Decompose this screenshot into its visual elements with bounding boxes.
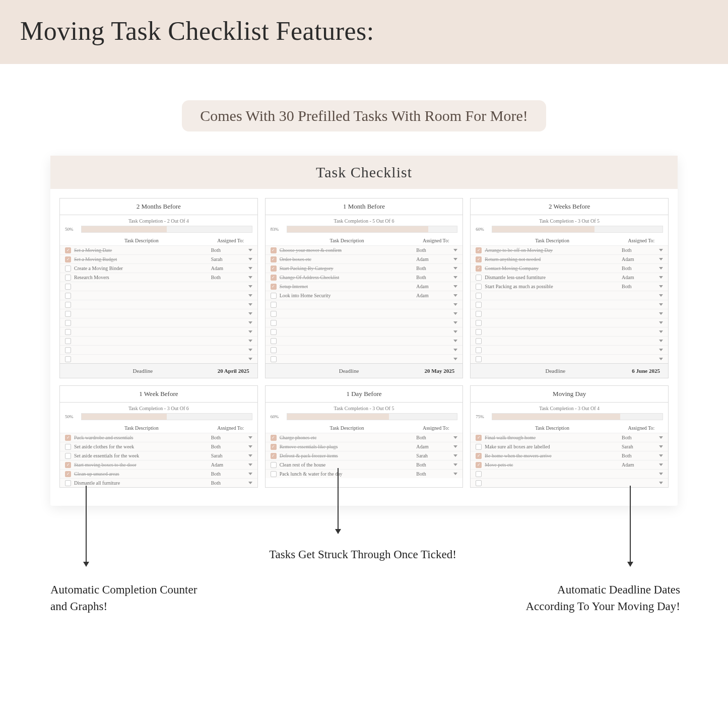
chevron-down-icon[interactable]	[248, 303, 252, 306]
checkbox[interactable]	[271, 471, 277, 477]
chevron-down-icon[interactable]	[453, 294, 457, 297]
checkbox[interactable]	[271, 444, 277, 450]
chevron-down-icon[interactable]	[453, 267, 457, 270]
chevron-down-icon[interactable]	[248, 330, 252, 333]
checkbox[interactable]	[271, 256, 277, 262]
chevron-down-icon[interactable]	[248, 249, 252, 251]
checkbox[interactable]	[271, 356, 277, 362]
checkbox[interactable]	[476, 256, 482, 262]
checkbox[interactable]	[271, 462, 277, 468]
checkbox[interactable]	[271, 435, 277, 441]
chevron-down-icon[interactable]	[659, 340, 663, 342]
checkbox[interactable]	[65, 347, 71, 353]
checkbox[interactable]	[271, 329, 277, 335]
checkbox[interactable]	[476, 480, 482, 486]
checkbox[interactable]	[271, 284, 277, 290]
chevron-down-icon[interactable]	[248, 285, 252, 288]
checkbox[interactable]	[65, 266, 71, 272]
checkbox[interactable]	[476, 247, 482, 253]
chevron-down-icon[interactable]	[659, 312, 663, 315]
chevron-down-icon[interactable]	[453, 276, 457, 279]
chevron-down-icon[interactable]	[659, 349, 663, 351]
chevron-down-icon[interactable]	[453, 249, 457, 251]
chevron-down-icon[interactable]	[659, 267, 663, 270]
chevron-down-icon[interactable]	[453, 285, 457, 288]
checkbox[interactable]	[65, 256, 71, 262]
chevron-down-icon[interactable]	[453, 464, 457, 466]
chevron-down-icon[interactable]	[659, 482, 663, 484]
checkbox[interactable]	[65, 471, 71, 477]
chevron-down-icon[interactable]	[248, 321, 252, 324]
chevron-down-icon[interactable]	[659, 330, 663, 333]
chevron-down-icon[interactable]	[248, 436, 252, 439]
checkbox[interactable]	[476, 302, 482, 308]
checkbox[interactable]	[476, 329, 482, 335]
chevron-down-icon[interactable]	[248, 482, 252, 484]
chevron-down-icon[interactable]	[248, 276, 252, 279]
checkbox[interactable]	[65, 302, 71, 308]
checkbox[interactable]	[65, 462, 71, 468]
chevron-down-icon[interactable]	[453, 303, 457, 306]
chevron-down-icon[interactable]	[248, 258, 252, 260]
checkbox[interactable]	[65, 320, 71, 326]
checkbox[interactable]	[271, 247, 277, 253]
checkbox[interactable]	[65, 435, 71, 441]
chevron-down-icon[interactable]	[248, 340, 252, 342]
chevron-down-icon[interactable]	[659, 473, 663, 475]
checkbox[interactable]	[476, 453, 482, 459]
checkbox[interactable]	[476, 356, 482, 362]
checkbox[interactable]	[65, 444, 71, 450]
checkbox[interactable]	[476, 275, 482, 281]
checkbox[interactable]	[65, 338, 71, 344]
chevron-down-icon[interactable]	[659, 321, 663, 324]
chevron-down-icon[interactable]	[659, 464, 663, 466]
chevron-down-icon[interactable]	[248, 473, 252, 475]
checkbox[interactable]	[271, 266, 277, 272]
chevron-down-icon[interactable]	[453, 258, 457, 260]
chevron-down-icon[interactable]	[659, 249, 663, 251]
checkbox[interactable]	[476, 444, 482, 450]
checkbox[interactable]	[65, 311, 71, 317]
chevron-down-icon[interactable]	[659, 358, 663, 360]
chevron-down-icon[interactable]	[248, 349, 252, 351]
chevron-down-icon[interactable]	[659, 276, 663, 279]
checkbox[interactable]	[271, 275, 277, 281]
checkbox[interactable]	[65, 480, 71, 486]
chevron-down-icon[interactable]	[248, 464, 252, 466]
checkbox[interactable]	[271, 293, 277, 299]
checkbox[interactable]	[476, 435, 482, 441]
chevron-down-icon[interactable]	[453, 321, 457, 324]
checkbox[interactable]	[476, 338, 482, 344]
chevron-down-icon[interactable]	[453, 358, 457, 360]
checkbox[interactable]	[476, 293, 482, 299]
chevron-down-icon[interactable]	[659, 445, 663, 448]
checkbox[interactable]	[65, 356, 71, 362]
chevron-down-icon[interactable]	[453, 330, 457, 333]
chevron-down-icon[interactable]	[659, 436, 663, 439]
checkbox[interactable]	[271, 347, 277, 353]
chevron-down-icon[interactable]	[248, 294, 252, 297]
checkbox[interactable]	[476, 320, 482, 326]
chevron-down-icon[interactable]	[453, 445, 457, 448]
checkbox[interactable]	[65, 453, 71, 459]
checkbox[interactable]	[65, 275, 71, 281]
chevron-down-icon[interactable]	[248, 445, 252, 448]
checkbox[interactable]	[271, 302, 277, 308]
chevron-down-icon[interactable]	[453, 436, 457, 439]
chevron-down-icon[interactable]	[659, 454, 663, 457]
checkbox[interactable]	[65, 293, 71, 299]
checkbox[interactable]	[271, 311, 277, 317]
chevron-down-icon[interactable]	[453, 349, 457, 351]
checkbox[interactable]	[271, 320, 277, 326]
chevron-down-icon[interactable]	[453, 340, 457, 342]
chevron-down-icon[interactable]	[659, 303, 663, 306]
checkbox[interactable]	[476, 266, 482, 272]
chevron-down-icon[interactable]	[453, 312, 457, 315]
checkbox[interactable]	[65, 284, 71, 290]
checkbox[interactable]	[476, 311, 482, 317]
checkbox[interactable]	[65, 329, 71, 335]
chevron-down-icon[interactable]	[659, 294, 663, 297]
checkbox[interactable]	[476, 347, 482, 353]
checkbox[interactable]	[476, 471, 482, 477]
chevron-down-icon[interactable]	[453, 473, 457, 475]
